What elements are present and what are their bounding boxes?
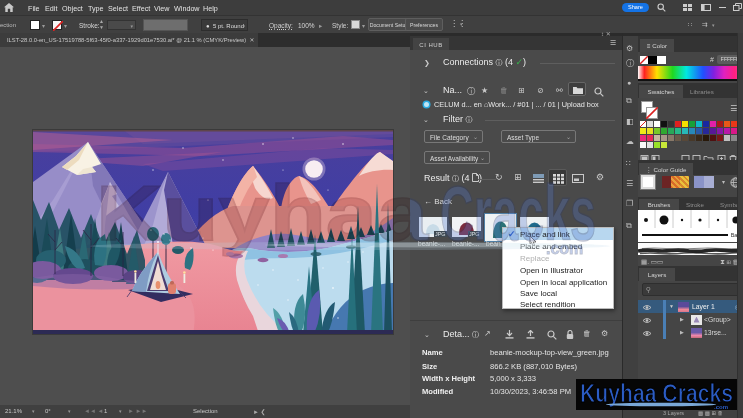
- svg-text:Kuyhaa: Kuyhaa: [96, 169, 429, 257]
- svg-text:.com: .com: [546, 240, 583, 257]
- svg-text:.com: .com: [714, 404, 728, 410]
